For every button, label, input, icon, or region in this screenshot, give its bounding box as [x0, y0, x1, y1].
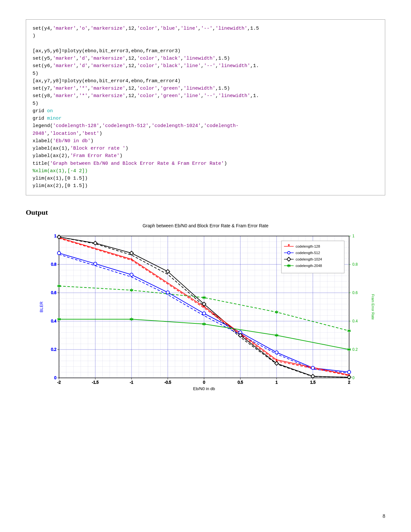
output-section: Output Graph between Eb/N0 and Block Err… [26, 208, 385, 397]
code-line-18: title('Graph between Eb/N0 and Block Err… [33, 161, 227, 166]
y-right-axis: 0 0.2 0.4 0.6 0.8 1 [349, 234, 358, 380]
code-line-1: set(y4,'marker','o','markersize',12,'col… [33, 26, 259, 31]
code-line-13: legend('codelength-128','codelength-512'… [33, 123, 239, 129]
svg-text:1.5: 1.5 [310, 380, 316, 385]
svg-text:0: 0 [54, 376, 56, 380]
code-line-10: 5) [33, 101, 38, 106]
code-line-6: 5) [33, 71, 38, 76]
svg-text:0.2: 0.2 [352, 347, 358, 352]
code-line-7: [ax,y7,y8]=plotyy(ebno,bit_error4,ebno,f… [33, 78, 181, 84]
svg-text:codelength-1024: codelength-1024 [296, 257, 322, 261]
svg-text:2: 2 [348, 380, 350, 385]
svg-text:-1: -1 [130, 380, 133, 385]
svg-text:0.4: 0.4 [51, 319, 56, 323]
svg-text:1: 1 [275, 380, 278, 385]
legend-item-1024: codelength-1024 [284, 257, 322, 261]
svg-point-86 [275, 351, 278, 354]
svg-text:0.5: 0.5 [238, 380, 243, 385]
y-left-axis: 0 0.2 0.4 0.6 0.8 1 [51, 234, 59, 380]
y-right-label: Fram Error Rate [371, 294, 375, 320]
code-line-17: ylabel(ax(2),'Fram Error Rate') [33, 153, 122, 159]
code-line-19: %xlim(ax(1),[-4 2]) [33, 168, 88, 174]
legend-item-512: codelength-512 [284, 251, 320, 255]
svg-point-82 [130, 273, 133, 276]
svg-text:0: 0 [352, 376, 355, 380]
svg-text:codelength-512: codelength-512 [296, 251, 320, 255]
code-block: set(y4,'marker','o','markersize',12,'col… [26, 19, 385, 195]
svg-text:-1.5: -1.5 [92, 380, 99, 385]
code-line-3: [ax,y5,y6]=plotyy(ebno,bit_error3,ebno,f… [33, 48, 181, 54]
svg-point-88 [347, 370, 351, 374]
x-axis: -2 -1.5 -1 -0.5 0 0.5 1 1.5 2 [57, 378, 350, 385]
svg-point-80 [57, 251, 61, 255]
svg-text:0: 0 [203, 380, 205, 385]
code-line-11: grid on [33, 108, 53, 114]
code-line-15: xlabel('Eb/N0 in db') [33, 138, 93, 144]
code-line-5: set(y6,'marker','d','markersize',12,'col… [33, 63, 259, 69]
svg-text:0.4: 0.4 [352, 319, 358, 323]
svg-text:1: 1 [352, 234, 355, 238]
code-line-9: set(y8,'marker','*','markersize',12,'col… [33, 93, 259, 99]
svg-text:0.8: 0.8 [51, 262, 56, 267]
y-left-label: BLER [39, 301, 44, 312]
svg-text:0.2: 0.2 [51, 347, 56, 352]
code-line-21: ylim(ax(2),[0 1.5]) [33, 183, 88, 189]
code-line-14: 2048','location','best') [33, 131, 102, 136]
svg-text:0.8: 0.8 [352, 262, 358, 267]
svg-point-178 [288, 251, 290, 254]
output-heading: Output [26, 208, 385, 217]
svg-text:codelength-128: codelength-128 [296, 244, 320, 248]
svg-point-84 [202, 312, 206, 315]
code-line-12: grid minor [33, 116, 62, 121]
svg-text:-2: -2 [57, 380, 61, 385]
svg-text:codelength-2048: codelength-2048 [296, 264, 322, 268]
page-number: 8 [383, 513, 385, 519]
svg-text:-0.5: -0.5 [164, 380, 171, 385]
chart-svg: -2 -1.5 -1 -0.5 0 0.5 1 1.5 2 0 0.2 [36, 230, 375, 397]
code-line-8: set(y7,'marker','*','markersize',12,'col… [33, 86, 230, 91]
code-line-20: ylim(ax(1),[0 1.5]) [33, 176, 88, 181]
svg-point-81 [93, 262, 97, 265]
svg-text:1: 1 [54, 234, 56, 238]
code-line-4: set(y5,'marker','d','markersize',12,'col… [33, 56, 230, 61]
code-line-2: ) [33, 33, 35, 39]
code-line-16: ylabel(ax(1),'Block error rate ') [33, 146, 128, 151]
chart-title: Graph between Eb/N0 and Block Error Rate… [36, 223, 375, 228]
svg-point-87 [311, 366, 314, 369]
svg-text:0.6: 0.6 [51, 291, 56, 295]
chart-wrapper: Graph between Eb/N0 and Block Error Rate… [36, 223, 375, 397]
svg-point-83 [166, 291, 169, 294]
svg-text:0.6: 0.6 [352, 291, 358, 295]
x-axis-label: Eb/N0 in db [193, 386, 215, 391]
